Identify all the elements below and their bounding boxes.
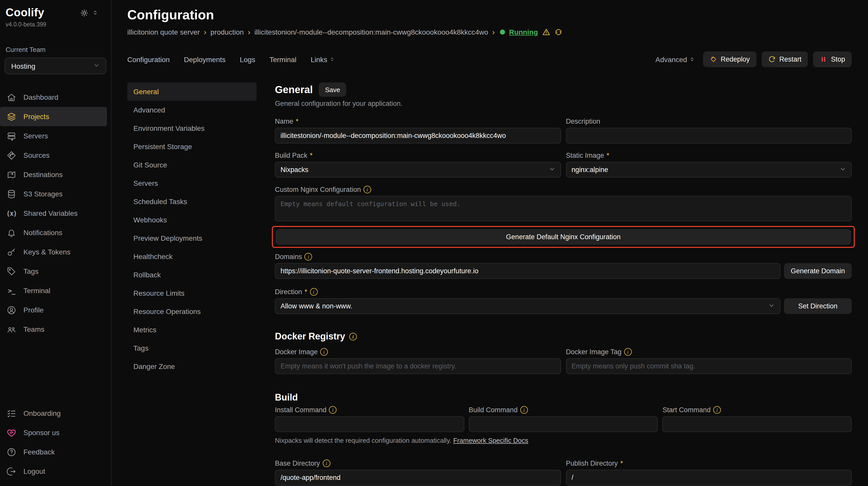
sidebar-item-projects[interactable]: Projects — [0, 107, 107, 126]
docker-registry-heading: Docker Registry — [275, 331, 852, 342]
base-directory-input[interactable] — [275, 470, 561, 485]
general-form: General Save General configuration for y… — [275, 83, 852, 486]
custom-nginx-field: Custom Nginx Configuration — [275, 186, 852, 223]
start-command-input[interactable] — [662, 416, 852, 432]
build-pack-select[interactable]: Nixpacks — [275, 162, 561, 177]
stop-button[interactable]: Stop — [813, 52, 852, 67]
required-marker: * — [305, 288, 308, 296]
docker-image-input[interactable] — [275, 358, 561, 374]
submenu-item-webhooks[interactable]: Webhooks — [127, 211, 256, 229]
base-directory-field: Base Directory — [275, 459, 561, 485]
submenu-item-advanced[interactable]: Advanced — [127, 101, 256, 119]
submenu-item-rollback[interactable]: Rollback — [127, 266, 256, 284]
app-logo[interactable]: Coolify — [6, 6, 44, 19]
sidebar-item-notifications[interactable]: Notifications — [0, 223, 111, 242]
description-input[interactable] — [566, 128, 852, 143]
breadcrumb-separator-icon: › — [204, 28, 207, 36]
submenu-item-persistent-storage[interactable]: Persistent Storage — [127, 137, 256, 156]
refresh-icon[interactable] — [554, 28, 562, 36]
save-button[interactable]: Save — [319, 83, 346, 97]
submenu-item-git-source[interactable]: Git Source — [127, 156, 256, 174]
description-field: Description — [566, 118, 852, 143]
sidebar-item-teams[interactable]: Teams — [0, 320, 111, 339]
docker-image-field: Docker Image — [275, 348, 561, 374]
info-icon — [329, 406, 337, 414]
build-command-input[interactable] — [469, 416, 658, 432]
sidebar-item-dashboard[interactable]: Dashboard — [0, 88, 111, 107]
install-command-input[interactable] — [275, 416, 464, 432]
set-direction-button[interactable]: Set Direction — [784, 298, 852, 314]
sidebar: Coolify v4.0.0-beta.399 Current Team Hos… — [0, 0, 112, 486]
redeploy-button[interactable]: Redeploy — [703, 52, 756, 67]
submenu-item-danger-zone[interactable]: Danger Zone — [127, 357, 256, 376]
chevron-down-icon — [839, 166, 846, 174]
breadcrumb-separator-icon: › — [492, 28, 495, 36]
main-content: Configuration illicitonion quote server … — [112, 0, 868, 486]
docker-image-tag-input[interactable] — [566, 358, 852, 374]
theme-switcher-chevrons-icon[interactable] — [92, 10, 98, 16]
sidebar-item-onboarding[interactable]: Onboarding — [0, 403, 111, 423]
submenu-item-metrics[interactable]: Metrics — [127, 321, 256, 339]
tab-logs[interactable]: Logs — [240, 55, 255, 63]
sidebar-footer: Onboarding Sponsor us Feedback Logout — [0, 403, 111, 481]
tab-terminal[interactable]: Terminal — [270, 55, 297, 63]
sidebar-item-s3-storages[interactable]: S3 Storages — [0, 184, 111, 203]
sidebar-item-terminal[interactable]: >_ Terminal — [0, 281, 111, 300]
submenu-item-tags[interactable]: Tags — [127, 339, 256, 357]
name-input[interactable] — [275, 128, 561, 143]
submenu-item-resource-operations[interactable]: Resource Operations — [127, 302, 256, 321]
breadcrumb-project[interactable]: illicitonion quote server — [127, 28, 200, 36]
required-marker: * — [620, 459, 623, 467]
chevrons-up-down-icon — [689, 57, 695, 62]
direction-select[interactable]: Allow www & non-www. — [275, 298, 780, 314]
advanced-dropdown[interactable]: Advanced — [655, 55, 695, 63]
generate-nginx-button[interactable]: Generate Default Nginx Configuration — [275, 229, 851, 245]
sidebar-item-sponsor[interactable]: Sponsor us — [0, 423, 111, 442]
submenu-item-servers[interactable]: Servers — [127, 174, 256, 192]
current-team-label: Current Team — [0, 28, 111, 54]
framework-docs-link[interactable]: Framework Specific Docs — [453, 436, 528, 444]
sidebar-item-destinations[interactable]: Destinations — [0, 165, 111, 184]
tab-deployments[interactable]: Deployments — [184, 55, 225, 63]
breadcrumb: illicitonion quote server › production ›… — [127, 28, 852, 36]
domains-input[interactable] — [275, 263, 780, 279]
breadcrumb-separator-icon: › — [248, 28, 250, 36]
name-field: Name* — [275, 118, 561, 143]
sidebar-item-feedback[interactable]: Feedback — [0, 442, 111, 461]
sidebar-item-servers[interactable]: Servers — [0, 126, 111, 145]
sidebar-item-profile[interactable]: Profile — [0, 300, 111, 320]
chevrons-up-down-icon — [330, 57, 335, 62]
generate-domain-button[interactable]: Generate Domain — [784, 263, 852, 279]
sidebar-item-sources[interactable]: Sources — [0, 145, 111, 165]
configuration-content: General Advanced Environment Variables P… — [127, 83, 852, 486]
submenu-item-healthcheck[interactable]: Healthcheck — [127, 247, 256, 266]
restart-button[interactable]: Restart — [761, 52, 808, 67]
submenu-item-general[interactable]: General — [127, 83, 256, 101]
users-icon — [7, 324, 16, 334]
publish-directory-input[interactable] — [566, 470, 852, 485]
sidebar-item-logout[interactable]: Logout — [0, 461, 111, 481]
sidebar-item-shared-variables[interactable]: (x) Shared Variables — [0, 203, 111, 223]
breadcrumb-application[interactable]: illicitestonion/-module--decomposition:m… — [254, 28, 488, 36]
info-icon — [322, 459, 330, 467]
custom-nginx-textarea[interactable] — [275, 196, 852, 221]
sidebar-item-keys-tokens[interactable]: Keys & Tokens — [0, 242, 111, 262]
breadcrumb-environment[interactable]: production — [211, 28, 244, 36]
sidebar-item-tags[interactable]: Tags — [0, 262, 111, 281]
pause-icon — [819, 56, 827, 63]
submenu-item-scheduled-tasks[interactable]: Scheduled Tasks — [127, 192, 256, 211]
static-image-select[interactable]: nginx:alpine — [566, 162, 852, 177]
submenu-item-preview-deployments[interactable]: Preview Deployments — [127, 229, 256, 247]
tab-links[interactable]: Links — [311, 55, 335, 63]
info-icon — [349, 333, 357, 341]
theme-sun-icon[interactable] — [81, 9, 88, 17]
static-image-field: Static Image* nginx:alpine — [566, 152, 852, 177]
submenu-item-resource-limits[interactable]: Resource Limits — [127, 284, 256, 302]
tab-configuration[interactable]: Configuration — [127, 55, 170, 63]
submenu-item-environment-variables[interactable]: Environment Variables — [127, 119, 256, 137]
layers-icon — [7, 112, 16, 121]
action-bar: Advanced Redeploy Restart — [655, 52, 852, 67]
page-title: Configuration — [127, 6, 852, 24]
team-select[interactable]: Hosting — [5, 58, 106, 74]
status-running-link[interactable]: Running — [509, 28, 538, 36]
